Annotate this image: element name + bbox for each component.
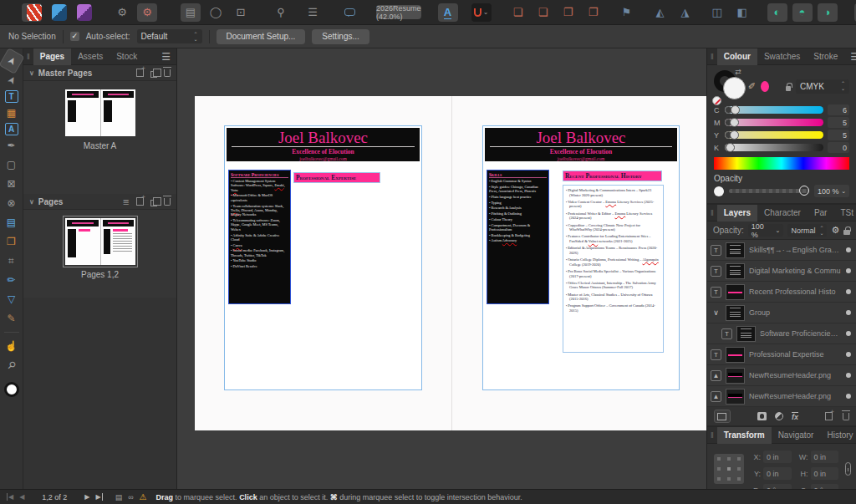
slider-knob[interactable] (730, 118, 739, 127)
resume-header[interactable]: Joel Balkovec Excellence of Elocution jo… (485, 128, 677, 161)
lock-icon[interactable] (786, 86, 791, 91)
boolean-add-button[interactable]: ◐ (767, 3, 787, 22)
arrange-back-button[interactable]: ❐ (583, 3, 604, 22)
slider-value[interactable]: 5 (828, 117, 849, 128)
tab-transform[interactable]: Transform (717, 427, 772, 444)
pages-spread-thumbnail[interactable] (65, 218, 135, 265)
layer-visibility-dot[interactable] (846, 247, 851, 252)
layer-visibility-dot[interactable] (846, 394, 851, 399)
order-button-1[interactable]: ◫ (707, 3, 727, 22)
pages-header[interactable]: ∨ Pages ≣ (23, 194, 176, 210)
fill-swatch[interactable] (723, 77, 746, 99)
layer-label[interactable]: Professional Expertise (749, 350, 842, 359)
layer-visibility-dot[interactable] (846, 289, 851, 294)
layer-visibility-dot[interactable] (846, 268, 851, 273)
software-proficiencies-frame[interactable]: Software Proficiencies Content Managemen… (228, 170, 291, 304)
slider-knob[interactable] (731, 105, 740, 115)
preferences-button[interactable]: ⚙ (112, 3, 132, 22)
layer-label[interactable]: Software Proficiencies¶¶· (760, 329, 842, 338)
arrange-forward-button[interactable]: ❏ (533, 3, 553, 22)
layer-visibility-dot[interactable] (846, 331, 851, 336)
slider-track[interactable] (725, 119, 823, 126)
snapping-button[interactable]: ⌄ (471, 3, 492, 22)
flip-horizontal-button[interactable]: ◭ (650, 3, 670, 22)
none-swatch[interactable] (712, 96, 721, 105)
photo-persona-button[interactable] (72, 3, 92, 22)
opacity-knob[interactable] (799, 186, 809, 196)
layer-lock-icon[interactable] (843, 230, 850, 235)
layer-label[interactable]: NewResumeHeader.png (749, 371, 842, 379)
tab-layers[interactable]: Layers (717, 205, 757, 221)
boolean-divide-button[interactable]: ◑ (818, 3, 838, 22)
slider-knob[interactable] (726, 143, 735, 152)
tool-button[interactable]: ⊗ (2, 194, 22, 212)
panel-grip[interactable]: ‖ (23, 53, 33, 61)
document-setup-button[interactable]: Document Setup... (217, 29, 306, 44)
first-page-button[interactable]: ◀ (7, 493, 13, 501)
document-canvas[interactable]: Joel Balkovec Excellence of Elocution jo… (177, 48, 706, 489)
tool-button[interactable]: ⊠ (2, 175, 22, 193)
tab-text-styles[interactable]: TSt (833, 205, 856, 221)
panel-grip[interactable]: ‖ (707, 53, 717, 61)
tool-button[interactable]: ▢ (2, 155, 22, 174)
settings-button[interactable]: Settings... (312, 29, 369, 44)
text-flow-button[interactable]: A (438, 3, 458, 22)
slider-value[interactable]: 6 (828, 104, 849, 115)
slider-track[interactable] (725, 131, 823, 139)
add-page-icon[interactable] (136, 197, 144, 206)
page-indicator[interactable]: 1,2 of 2 (42, 493, 67, 501)
tab-history[interactable]: History (820, 427, 856, 444)
add-master-icon[interactable] (136, 69, 144, 77)
x-input[interactable]: 0 in (763, 451, 792, 463)
next-page-button[interactable]: ▶ (84, 493, 89, 501)
publisher-persona-button[interactable] (22, 3, 42, 22)
resume-header[interactable]: Joel Balkovec Excellence of Elocution jo… (227, 128, 420, 161)
layer-row[interactable]: T Skills¶¶→·→English Gramma (707, 240, 856, 261)
document-settings-button[interactable]: ⚙ (137, 3, 157, 22)
layer-row[interactable]: T Recent Professional Histo (707, 282, 856, 303)
panel-menu-icon[interactable]: ☰ (844, 51, 856, 63)
master-spread-thumbnail[interactable] (65, 89, 135, 136)
tool-button[interactable]: ❐ (2, 232, 22, 251)
tab-navigator[interactable]: Navigator (772, 427, 821, 444)
opacity-swatch[interactable] (714, 186, 724, 196)
colour-mode-dropdown[interactable]: CMYK ⌃⌄ (796, 79, 849, 94)
recent-professional-history-heading[interactable]: Recent Professional History (563, 171, 662, 181)
layer-options-icon[interactable] (714, 410, 731, 423)
page-info-icon[interactable]: ▤ (115, 493, 123, 501)
layer-label[interactable]: Skills¶¶→·→English Gramma (749, 246, 842, 254)
layer-row[interactable]: T Digital Marketing & Commu (707, 261, 856, 282)
tab-paragraph[interactable]: Par (808, 205, 834, 221)
y-input[interactable]: 0 in (763, 467, 792, 480)
fill-colour-indicator[interactable] (4, 382, 19, 397)
opacity-value-dropdown[interactable]: 100 % ⌄ (814, 185, 849, 197)
tool-button[interactable]: ▤ (2, 213, 22, 232)
layer-row[interactable]: T Software Proficiencies¶¶· (707, 323, 856, 344)
tool-button[interactable]: T (5, 90, 18, 103)
ellipse-mode-button[interactable]: ◯ (206, 3, 226, 22)
delete-master-icon[interactable] (164, 69, 171, 77)
slider-knob[interactable] (730, 130, 739, 140)
page-1[interactable]: Joel Balkovec Excellence of Elocution jo… (224, 125, 422, 390)
layer-settings-gear-icon[interactable]: ⚙ (831, 225, 839, 236)
boolean-subtract-button[interactable]: ◓ (792, 3, 813, 22)
anchor-point-selector[interactable] (714, 454, 744, 484)
collapse-icon[interactable]: ∨ (29, 69, 34, 77)
tool-button[interactable]: ➤ (0, 67, 24, 94)
layer-visibility-dot[interactable] (846, 352, 851, 357)
designer-persona-button[interactable] (47, 3, 67, 22)
panel-grip[interactable]: ‖ (707, 431, 717, 440)
pages-view-button[interactable]: ▤ (181, 3, 201, 22)
skills-frame[interactable]: Skills English Grammar & Syntax Style gu… (487, 170, 549, 304)
layer-row[interactable]: ▲ NewResumeHeader.png (707, 386, 856, 407)
slider-track[interactable] (725, 144, 823, 151)
layer-label[interactable]: Digital Marketing & Commu (749, 267, 842, 275)
comment-button[interactable] (339, 3, 359, 22)
tab-stroke[interactable]: Stroke (807, 48, 844, 65)
tool-button[interactable]: ⌗ (2, 252, 22, 270)
tool-button[interactable]: ✎ (2, 309, 22, 328)
box-mode-button[interactable]: ⊡ (231, 3, 251, 22)
master-pages-header[interactable]: ∨ Master Pages (23, 65, 176, 81)
blend-mode-dropdown[interactable]: Normal ⌃⌄ (787, 224, 827, 237)
slider-value[interactable]: 5 (828, 130, 849, 140)
